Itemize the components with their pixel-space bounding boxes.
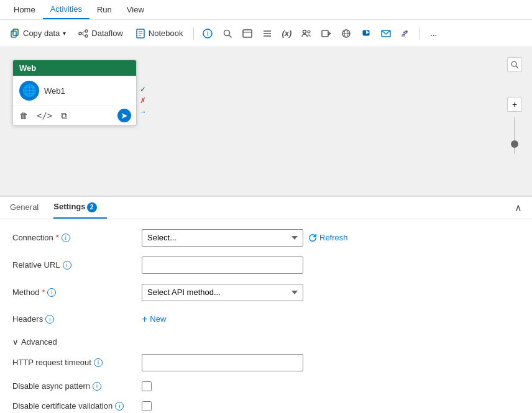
svg-rect-15 xyxy=(243,30,252,37)
canvas-area: Web 🌐 Web1 🗑 </> ⧉ ➤ ✓ ✗ → + xyxy=(0,47,532,196)
copy-data-icon xyxy=(10,29,20,39)
tab-settings[interactable]: Settings2 xyxy=(53,197,106,219)
zoom-slider-track xyxy=(514,117,515,154)
svg-line-6 xyxy=(81,34,85,36)
method-label: Method * i xyxy=(12,288,137,297)
svg-line-34 xyxy=(516,66,518,68)
tab-general[interactable]: General xyxy=(10,197,48,218)
info-toolbar-button[interactable]: i xyxy=(199,24,216,43)
arrow-toolbar-button[interactable] xyxy=(318,24,335,43)
http-timeout-label: HTTP request timeout i xyxy=(12,358,137,367)
zoom-plus-button[interactable]: + xyxy=(507,97,522,112)
teams-toolbar-button[interactable] xyxy=(397,24,415,43)
success-connector[interactable]: ✓ xyxy=(138,84,148,94)
dataflow-button[interactable]: Dataflow xyxy=(73,24,128,43)
method-required-star: * xyxy=(42,288,45,297)
zoom-controls: + xyxy=(507,97,522,174)
web-globe-icon: 🌐 xyxy=(19,81,39,101)
globe-toolbar-button[interactable] xyxy=(337,24,355,43)
relative-url-input[interactable] xyxy=(142,256,303,274)
dataflow-icon xyxy=(78,29,88,39)
disable-cert-info-icon[interactable]: i xyxy=(115,402,124,411)
navigate-activity-button[interactable]: ➤ xyxy=(117,109,131,122)
delete-activity-button[interactable]: 🗑 xyxy=(18,109,29,122)
collapse-panel-button[interactable]: ∧ xyxy=(515,202,522,214)
method-control-area: Select API method... GET POST PUT DELETE… xyxy=(142,284,520,301)
http-timeout-control-area xyxy=(142,354,520,371)
toolbar-separator-1 xyxy=(193,27,194,40)
http-timeout-info-icon[interactable]: i xyxy=(94,358,103,367)
relative-url-label: Relative URL i xyxy=(12,260,137,270)
more-button[interactable]: ... xyxy=(425,24,442,43)
notebook-icon xyxy=(135,29,145,39)
activity-card: Web 🌐 Web1 🗑 </> ⧉ ➤ xyxy=(12,60,137,125)
svg-point-21 xyxy=(308,30,310,33)
search-toolbar-button[interactable] xyxy=(219,24,236,43)
toolbar: Copy data ▾ Dataflow Notebook i (x) xyxy=(0,20,532,47)
disable-async-label: Disable async pattern i xyxy=(12,381,137,391)
http-timeout-input[interactable] xyxy=(142,354,303,371)
activity-card-body: 🌐 Web1 xyxy=(13,76,136,106)
svg-point-4 xyxy=(85,35,88,37)
script-toolbar-button[interactable] xyxy=(239,24,256,43)
svg-rect-0 xyxy=(11,31,16,37)
method-select[interactable]: Select API method... GET POST PUT DELETE… xyxy=(142,284,303,301)
disable-cert-row: Disable certificate validation i xyxy=(12,401,520,411)
refresh-button[interactable]: Refresh xyxy=(308,233,348,242)
menu-item-home[interactable]: Home xyxy=(6,0,43,19)
svg-point-3 xyxy=(85,30,88,32)
bottom-panel: General Settings2 ∧ Connection * i Selec… xyxy=(0,196,532,413)
disable-async-checkbox[interactable] xyxy=(142,381,152,391)
svg-line-5 xyxy=(81,31,85,34)
flag-toolbar-button[interactable] xyxy=(357,24,375,43)
completion-connector[interactable]: → xyxy=(138,107,148,117)
connection-info-icon[interactable]: i xyxy=(62,234,70,242)
relative-url-info-icon[interactable]: i xyxy=(63,261,71,270)
failure-connector[interactable]: ✗ xyxy=(138,96,148,106)
headers-info-icon[interactable]: i xyxy=(45,315,54,324)
notebook-button[interactable]: Notebook xyxy=(131,24,188,43)
method-info-icon[interactable]: i xyxy=(47,288,56,297)
chevron-down-icon: ∨ xyxy=(12,337,19,347)
svg-point-32 xyxy=(403,31,405,33)
copy-activity-button[interactable]: ⧉ xyxy=(60,109,68,122)
lines-toolbar-button[interactable] xyxy=(259,24,276,43)
disable-cert-checkbox[interactable] xyxy=(142,401,152,411)
zoom-slider-thumb[interactable] xyxy=(511,140,518,148)
code-activity-button[interactable]: </> xyxy=(35,109,53,122)
connection-label: Connection * i xyxy=(12,233,137,242)
canvas-search-button[interactable] xyxy=(507,57,522,72)
menu-bar: Home Activities Run View xyxy=(0,0,532,20)
headers-label: Headers i xyxy=(12,314,137,324)
menu-item-view[interactable]: View xyxy=(119,0,152,19)
connection-row: Connection * i Select... Refresh xyxy=(12,229,520,247)
svg-rect-22 xyxy=(322,30,328,37)
connection-select[interactable]: Select... xyxy=(142,229,303,247)
svg-line-14 xyxy=(229,35,231,37)
disable-async-control-area xyxy=(142,381,520,391)
relative-url-row: Relative URL i xyxy=(12,256,520,274)
disable-cert-label: Disable certificate validation i xyxy=(12,401,137,411)
svg-text:i: i xyxy=(207,30,208,37)
form-area: Connection * i Select... Refresh Relativ… xyxy=(0,219,532,414)
svg-rect-1 xyxy=(13,29,18,35)
copy-data-button[interactable]: Copy data ▾ xyxy=(5,24,71,43)
disable-cert-control-area xyxy=(142,401,520,411)
people-toolbar-button[interactable] xyxy=(298,24,315,43)
activity-card-toolbar: 🗑 </> ⧉ ➤ xyxy=(13,106,136,125)
outlook-toolbar-button[interactable] xyxy=(377,24,395,43)
menu-item-run[interactable]: Run xyxy=(89,0,119,19)
advanced-toggle-button[interactable]: ∨ Advanced xyxy=(12,337,57,347)
fx-toolbar-button[interactable]: (x) xyxy=(278,24,296,43)
refresh-icon xyxy=(308,234,317,242)
relative-url-control-area xyxy=(142,256,520,274)
svg-point-2 xyxy=(79,32,81,35)
connection-required-star: * xyxy=(56,233,59,242)
menu-item-activities[interactable]: Activities xyxy=(43,0,89,19)
method-row: Method * i Select API method... GET POST… xyxy=(12,284,520,301)
disable-async-info-icon[interactable]: i xyxy=(93,382,101,391)
http-timeout-row: HTTP request timeout i xyxy=(12,354,520,371)
disable-async-row: Disable async pattern i xyxy=(12,381,520,391)
new-header-button[interactable]: + New xyxy=(142,311,166,327)
headers-control-area: + New xyxy=(142,311,520,327)
